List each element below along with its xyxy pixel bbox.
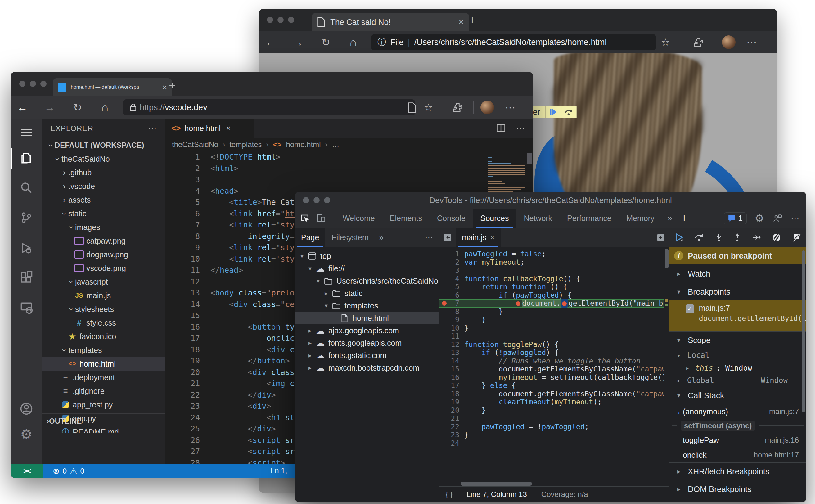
tree-item--gitignore[interactable]: ≡.gitignore xyxy=(42,384,165,398)
source-control-icon[interactable] xyxy=(11,207,42,228)
close-window-icon[interactable] xyxy=(303,197,309,203)
minimize-window-icon[interactable] xyxy=(30,81,36,87)
close-tab-icon[interactable]: × xyxy=(162,83,167,92)
tree-item-images[interactable]: ›images xyxy=(42,220,165,234)
line-number[interactable]: 16 xyxy=(439,373,464,382)
pause-on-exceptions-icon[interactable] xyxy=(792,233,801,242)
scope-local-row[interactable]: ▾ Local xyxy=(669,349,806,362)
tree-item-style-css[interactable]: #style.css xyxy=(42,316,165,330)
problems-indicator[interactable]: ⊗ 0 ⚠ 0 xyxy=(53,464,84,478)
step-over-button[interactable] xyxy=(561,106,577,118)
favorite-star-icon[interactable]: ☆ xyxy=(659,34,672,51)
line-number[interactable]: 13 xyxy=(165,287,210,299)
line-number[interactable]: 23 xyxy=(439,431,464,439)
tree-item-dogpaw-png[interactable]: dogpaw.png xyxy=(42,248,165,261)
breakpoint-entry[interactable]: ✓ main.js:7 document.getElementById(… xyxy=(669,300,806,332)
line-number[interactable]: 11 xyxy=(165,265,210,276)
navigator-item-maxcdn-bootstrapcdn-com[interactable]: ▸☁maxcdn.bootstrapcdn.com xyxy=(295,362,439,374)
line-number[interactable]: 11 xyxy=(439,332,464,340)
line-number[interactable]: 18 xyxy=(439,390,464,398)
editor-tab-home-html[interactable]: <> home.html × xyxy=(165,119,254,138)
inspect-element-icon[interactable] xyxy=(297,209,313,228)
line-number[interactable]: 7 xyxy=(165,219,210,231)
address-bar[interactable]: ⓘ File | /Users/chris/src/theCatSaidNo/t… xyxy=(371,34,656,50)
line-number[interactable]: 16 xyxy=(165,322,210,333)
tree-item-stylesheets[interactable]: ›stylesheets xyxy=(42,302,165,316)
line-number[interactable]: 3 xyxy=(165,174,210,186)
line-number[interactable]: 12 xyxy=(165,276,210,288)
line-number[interactable]: 9 xyxy=(439,316,464,324)
forward-icon[interactable]: → xyxy=(291,34,305,51)
add-panel-icon[interactable]: + xyxy=(678,212,691,225)
line-number[interactable]: 25 xyxy=(165,423,210,435)
breadcrumb[interactable]: theCatSaidNo›templates›<>home.html›… xyxy=(165,138,533,151)
scope-section-header[interactable]: ▾ Scope xyxy=(669,332,806,349)
line-number[interactable]: 13 xyxy=(439,349,464,357)
tree-item-favicon-ico[interactable]: ★favicon.ico xyxy=(42,330,165,343)
address-bar[interactable]: https:// vscode.dev xyxy=(123,99,415,115)
settings-gear-icon[interactable]: ⚙ xyxy=(755,212,764,224)
line-number[interactable]: 10 xyxy=(439,324,464,332)
explorer-more-actions-icon[interactable]: ⋯ xyxy=(148,124,157,134)
navigator-item-templates[interactable]: ▾templates xyxy=(295,299,439,312)
show-debugger-icon[interactable] xyxy=(653,228,669,247)
extensions-icon[interactable] xyxy=(11,267,42,289)
browser-menu-icon[interactable]: ⋯ xyxy=(503,99,517,116)
tree-item-main-js[interactable]: JSmain.js xyxy=(42,289,165,302)
navigator-menu-icon[interactable]: ⋯ xyxy=(425,233,439,242)
line-number[interactable]: 26 xyxy=(165,435,210,446)
navigator-item-ajax-googleapis-com[interactable]: ▸☁ajax.googleapis.com xyxy=(295,324,439,337)
search-icon[interactable] xyxy=(11,177,42,199)
deactivate-breakpoints-icon[interactable] xyxy=(772,233,781,242)
line-number[interactable]: 23 xyxy=(165,401,210,412)
navigator-item-static[interactable]: ▸static xyxy=(295,287,439,299)
back-icon[interactable]: ← xyxy=(264,34,277,51)
breadcrumb-item[interactable]: templates xyxy=(229,140,262,149)
extensions-puzzle-icon[interactable] xyxy=(693,37,704,48)
line-number[interactable]: 17 xyxy=(165,333,210,344)
line-number[interactable]: 8 xyxy=(165,231,210,242)
resume-script-button[interactable] xyxy=(545,106,561,118)
close-window-icon[interactable] xyxy=(267,17,273,23)
inline-breakpoint-dot[interactable] xyxy=(562,301,567,306)
line-number[interactable]: 2 xyxy=(165,163,210,174)
zoom-window-icon[interactable] xyxy=(324,197,330,203)
line-number[interactable]: 8 xyxy=(439,308,464,316)
zoom-window-icon[interactable] xyxy=(288,17,294,23)
panel-tab-welcome[interactable]: Welcome xyxy=(335,209,382,228)
close-editor-icon[interactable]: × xyxy=(226,124,231,133)
panel-tab-elements[interactable]: Elements xyxy=(382,209,430,228)
devtools-menu-icon[interactable]: ⋯ xyxy=(791,213,799,223)
tree-item-app-test-py[interactable]: app_test.py xyxy=(42,398,165,412)
browser-tab[interactable]: The Cat said No! × xyxy=(312,13,469,31)
line-number[interactable]: 19 xyxy=(165,355,210,367)
line-number[interactable]: 14 xyxy=(165,299,210,310)
tree-item-vscode-png[interactable]: vscode.png xyxy=(42,261,165,275)
line-number[interactable]: 14 xyxy=(439,357,464,365)
tree-item-assets[interactable]: ›assets xyxy=(42,193,165,207)
tree-item-catpaw-png[interactable]: catpaw.png xyxy=(42,234,165,248)
breadcrumb-item[interactable]: … xyxy=(332,140,340,149)
source-file-tab[interactable]: main.js × xyxy=(456,228,501,247)
menu-hamburger-icon[interactable] xyxy=(11,122,42,143)
navigator-item-home-html[interactable]: home.html xyxy=(295,312,439,324)
breadcrumb-item[interactable]: theCatSaidNo xyxy=(172,140,218,149)
run-debug-icon[interactable] xyxy=(11,237,42,259)
panel-tab-performance[interactable]: Performance xyxy=(560,209,619,228)
step-icon[interactable] xyxy=(752,233,761,242)
zoom-window-icon[interactable] xyxy=(40,81,47,87)
breakpoint-dot[interactable] xyxy=(442,301,447,306)
tree-item-static[interactable]: ›static xyxy=(42,207,165,220)
tree-item--github[interactable]: ›.github xyxy=(42,166,165,179)
line-number[interactable]: 12 xyxy=(439,340,464,349)
line-number[interactable]: 20 xyxy=(165,367,210,378)
reader-page-icon[interactable] xyxy=(408,102,417,113)
line-number[interactable]: 1 xyxy=(439,250,464,258)
cursor-position[interactable]: Ln 1, xyxy=(271,466,287,475)
tree-item-javascript[interactable]: ›javascript xyxy=(42,275,165,289)
close-tab-icon[interactable]: × xyxy=(459,17,464,27)
line-number[interactable]: 5 xyxy=(165,197,210,208)
close-window-icon[interactable] xyxy=(19,81,25,87)
extensions-puzzle-icon[interactable] xyxy=(453,102,463,113)
callstack-frame-onclick[interactable]: onclickhome.html:17 xyxy=(669,448,806,462)
